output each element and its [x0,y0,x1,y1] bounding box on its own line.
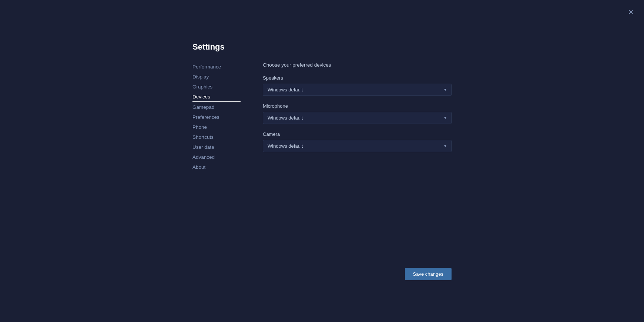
sidebar-item-phone[interactable]: Phone [192,123,241,132]
camera-select-wrapper: Windows default▼ [263,140,452,152]
section-title: Choose your preferred devices [263,62,452,68]
sidebar-item-graphics[interactable]: Graphics [192,82,241,91]
settings-container: Settings PerformanceDisplayGraphicsDevic… [192,42,452,280]
field-group-microphone: MicrophoneWindows default▼ [263,103,452,124]
settings-title: Settings [192,42,452,52]
field-group-camera: CameraWindows default▼ [263,131,452,152]
microphone-select[interactable]: Windows default [263,112,452,124]
sidebar-item-advanced[interactable]: Advanced [192,152,241,162]
microphone-label: Microphone [263,103,452,109]
camera-label: Camera [263,131,452,137]
sidebar-item-gamepad[interactable]: Gamepad [192,103,241,112]
sidebar-item-preferences[interactable]: Preferences [192,113,241,122]
footer: Save changes [192,268,452,280]
sidebar-item-devices[interactable]: Devices [192,92,241,102]
microphone-select-wrapper: Windows default▼ [263,112,452,124]
settings-body: PerformanceDisplayGraphicsDevicesGamepad… [192,62,452,172]
sidebar-item-user-data[interactable]: User data [192,142,241,152]
sidebar-item-performance[interactable]: Performance [192,62,241,71]
close-button[interactable]: ✕ [627,7,635,17]
sidebar-item-display[interactable]: Display [192,72,241,81]
speakers-label: Speakers [263,75,452,81]
speakers-select-wrapper: Windows default▼ [263,84,452,96]
field-group-speakers: SpeakersWindows default▼ [263,75,452,96]
main-content: Choose your preferred devices SpeakersWi… [263,62,452,172]
save-changes-button[interactable]: Save changes [405,268,452,280]
sidebar-item-about[interactable]: About [192,162,241,172]
sidebar: PerformanceDisplayGraphicsDevicesGamepad… [192,62,241,172]
sidebar-item-shortcuts[interactable]: Shortcuts [192,133,241,142]
fields-container: SpeakersWindows default▼MicrophoneWindow… [263,75,452,152]
camera-select[interactable]: Windows default [263,140,452,152]
speakers-select[interactable]: Windows default [263,84,452,96]
